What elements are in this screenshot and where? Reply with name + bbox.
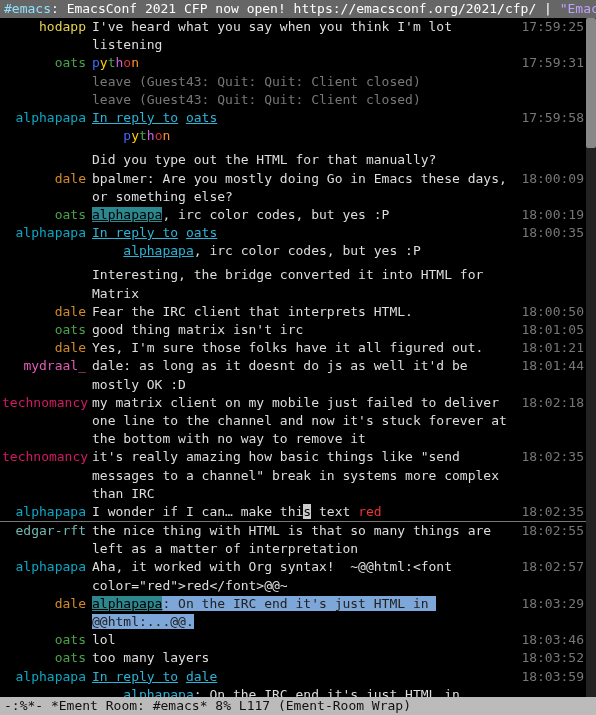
timestamp: 18:00:19 — [517, 206, 584, 224]
message-row: technomancy it's really amazing how basi… — [0, 448, 586, 503]
nick-technomancy: technomancy — [2, 448, 92, 466]
topic-quote: "Emacs is a co — [560, 1, 596, 16]
plain-text: , irc color codes, but yes :P — [162, 207, 389, 222]
nick-oats: oats — [2, 321, 92, 339]
message-row: oats lol 18:03:46 — [0, 631, 586, 649]
python-h: h — [147, 128, 155, 143]
modeline-left: -:%*- *Ement Room: #emacs* — [4, 698, 208, 713]
message-row: edgar-rft the nice thing with HTML is th… — [0, 521, 586, 558]
nick-link[interactable]: alphapapa — [123, 687, 193, 697]
message-row: dale bpalmer: Are you mostly doing Go in… — [0, 170, 586, 206]
system-message: leave (Guest43: Quit: Quit: Client close… — [92, 91, 518, 109]
vertical-scrollbar[interactable] — [586, 18, 596, 697]
nick-link[interactable]: dale — [186, 669, 217, 684]
message-row: Did you type out the HTML for that manua… — [0, 151, 586, 169]
timestamp: 18:03:46 — [517, 631, 584, 649]
system-row: leave (Guest43: Quit: Quit: Client close… — [0, 91, 586, 109]
timestamp: 18:00:09 — [517, 170, 584, 188]
timestamp: 18:02:35 — [517, 448, 584, 466]
nick-highlight[interactable]: alphapapa — [92, 207, 162, 222]
timestamp: 18:03:52 — [517, 649, 584, 667]
timestamp: 18:03:29 — [517, 595, 584, 613]
python-y: y — [131, 128, 139, 143]
message-text: python — [92, 54, 517, 72]
channel-hash: #emacs — [4, 1, 51, 16]
text-cursor: s — [303, 504, 311, 519]
nick-dale: dale — [2, 170, 92, 188]
message-row: oats too many layers 18:03:52 — [0, 649, 586, 667]
message-text: I wonder if I can… make this text red — [92, 503, 517, 521]
channel-topic-bar: #emacs: EmacsConf 2021 CFP now open! htt… — [0, 0, 596, 18]
timestamp: 18:02:57 — [517, 558, 584, 576]
message-text: Aha, it worked with Org syntax! ~@@html:… — [92, 558, 517, 594]
nick-oats: oats — [2, 649, 92, 667]
python-p: p — [92, 55, 100, 70]
modeline-mode: (Ement-Room Wrap) — [278, 698, 411, 713]
message-text: Did you type out the HTML for that manua… — [92, 151, 518, 169]
message-text: good thing matrix isn't irc — [92, 321, 517, 339]
plain-text: , irc color codes, but yes :P — [194, 243, 421, 258]
timestamp: 18:02:35 — [517, 503, 584, 521]
timestamp: 18:02:55 — [517, 522, 584, 540]
topic-text: EmacsConf 2021 CFP now open! https://ema… — [67, 1, 537, 16]
python-y: y — [100, 55, 108, 70]
reply-link[interactable]: In reply to — [92, 225, 178, 240]
message-row: alphapapa In reply to oats alphapapa, ir… — [0, 224, 586, 260]
message-text: too many layers — [92, 649, 517, 667]
message-row: dale alphapapa: On the IRC end it's just… — [0, 595, 586, 631]
nick-oats: oats — [2, 631, 92, 649]
timestamp: 17:59:31 — [517, 54, 584, 72]
python-t: t — [139, 128, 147, 143]
python-p: p — [123, 128, 131, 143]
message-text: In reply to dale alphapapa: On the IRC e… — [92, 668, 517, 697]
nick-link[interactable]: alphapapa — [123, 243, 193, 258]
message-text: dale: as long as it doesnt do js as well… — [92, 357, 517, 393]
message-text: it's really amazing how basic things lik… — [92, 448, 517, 503]
message-text: Interesting, the bridge converted it int… — [92, 266, 518, 302]
message-text: alphapapa: On the IRC end it's just HTML… — [92, 595, 517, 631]
nick-alphapapa: alphapapa — [2, 558, 92, 576]
reply-link[interactable]: In reply to — [92, 669, 178, 684]
nick-technomancy: technomancy — [2, 394, 92, 412]
plain-text: I wonder if I can… make thi — [92, 504, 303, 519]
nick-oats: oats — [2, 54, 92, 72]
system-message: leave (Guest43: Quit: Quit: Client close… — [92, 73, 518, 91]
timestamp: 18:01:05 — [517, 321, 584, 339]
message-text: Yes, I'm sure those folks have it all fi… — [92, 339, 517, 357]
nick-dale: dale — [2, 339, 92, 357]
emacs-modeline: -:%*- *Ement Room: #emacs* 8% L117 (Emen… — [0, 697, 596, 715]
message-row: technomancy my matrix client on my mobil… — [0, 394, 586, 449]
nick-edgar: edgar-rft — [2, 522, 92, 540]
message-row: dale Yes, I'm sure those folks have it a… — [0, 339, 586, 357]
topic-sep: : — [51, 1, 67, 16]
timestamp: 18:00:35 — [517, 224, 584, 242]
nick-highlight[interactable]: alphapapa — [92, 596, 162, 611]
python-n: n — [162, 128, 170, 143]
message-row: oats python 17:59:31 — [0, 54, 586, 72]
nick-alphapapa: alphapapa — [2, 224, 92, 242]
nick-mydraal: mydraal_ — [2, 357, 92, 375]
timestamp: 18:03:59 — [517, 668, 584, 686]
message-text: bpalmer: Are you mostly doing Go in Emac… — [92, 170, 517, 206]
python-n: n — [131, 55, 139, 70]
message-text: I've heard what you say when you think I… — [92, 18, 517, 54]
nick-oats: oats — [2, 206, 92, 224]
message-text: Fear the IRC client that interprets HTML… — [92, 303, 517, 321]
nick-link[interactable]: oats — [186, 225, 217, 240]
plain-text: text — [311, 504, 358, 519]
message-row: Interesting, the bridge converted it int… — [0, 266, 586, 302]
timestamp: 18:02:18 — [517, 394, 584, 412]
message-text: my matrix client on my mobile just faile… — [92, 394, 517, 449]
reply-link[interactable]: In reply to — [92, 110, 178, 125]
red-text: red — [358, 504, 381, 519]
message-row: alphapapa Aha, it worked with Org syntax… — [0, 558, 586, 594]
modeline-position: 8% L117 — [208, 698, 278, 713]
message-text: alphapapa, irc color codes, but yes :P — [92, 206, 517, 224]
message-log[interactable]: hodapp I've heard what you say when you … — [0, 18, 586, 697]
scrollbar-thumb[interactable] — [586, 18, 596, 148]
nick-link[interactable]: oats — [186, 110, 217, 125]
message-row: alphapapa In reply to oats python 17:59:… — [0, 109, 586, 145]
selection-highlight: alphapapa: On the IRC end it's just HTML… — [92, 596, 436, 629]
nick-dale: dale — [2, 303, 92, 321]
nick-alphapapa: alphapapa — [2, 109, 92, 127]
